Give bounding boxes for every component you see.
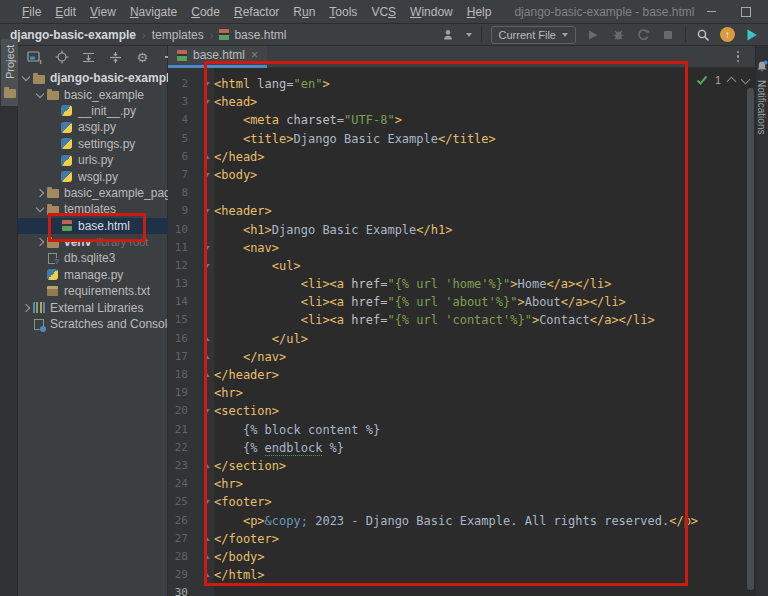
code-line[interactable]: 26 <p>&copy; 2023 - Django Basic Example… <box>168 512 752 530</box>
line-number[interactable]: 11 <box>168 239 188 257</box>
code-line-text[interactable]: </head> <box>214 148 752 166</box>
code-line[interactable]: 18</header> <box>168 366 752 384</box>
code-line[interactable]: 21 {% block content %} <box>168 421 752 439</box>
code-line-text[interactable]: <meta charset="UTF-8"> <box>214 111 752 129</box>
coverage-icon[interactable] <box>635 27 651 43</box>
line-number[interactable]: 9 <box>168 202 188 220</box>
code-line-text[interactable] <box>214 184 752 202</box>
code-line[interactable]: 24<hr> <box>168 475 752 493</box>
chevron-expanded-icon[interactable] <box>34 207 46 211</box>
chevron-expanded-icon[interactable] <box>34 93 46 97</box>
code-line-text[interactable]: </footer> <box>214 530 752 548</box>
breadcrumb-item[interactable]: django-basic-example <box>10 28 136 42</box>
line-number[interactable]: 16 <box>168 330 188 348</box>
breadcrumb-item[interactable]: templates <box>152 28 204 42</box>
run-config-select[interactable]: Current File <box>491 26 576 44</box>
menu-help[interactable]: Help <box>460 5 499 19</box>
line-number[interactable]: 22 <box>168 439 188 457</box>
tree-item-scratches-and-consoles[interactable]: Scratches and Consoles <box>18 316 168 332</box>
code-line[interactable]: 6</head> <box>168 148 752 166</box>
code-line[interactable]: 3<head> <box>168 93 752 111</box>
tree-item-external-libraries[interactable]: External Libraries <box>18 299 168 315</box>
tab-base-html[interactable]: base.html × <box>168 46 267 68</box>
breadcrumb-item[interactable]: base.html <box>234 28 286 42</box>
tree-item-basic-example[interactable]: basic_example <box>18 86 168 102</box>
code-line[interactable]: 9<header> <box>168 202 752 220</box>
tree-item-requirements-txt[interactable]: requirements.txt <box>18 283 168 299</box>
code-line[interactable]: 14 <li><a href="{% url 'about'%}">About<… <box>168 293 752 311</box>
notifications-tool-window-button[interactable]: Notifications <box>756 80 767 134</box>
next-problem-icon[interactable] <box>741 74 751 84</box>
line-number[interactable]: 18 <box>168 366 188 384</box>
user-icon[interactable] <box>441 27 457 43</box>
fold-marker-icon[interactable] <box>188 93 214 111</box>
code-line-text[interactable]: <section> <box>214 402 752 420</box>
code-line-text[interactable]: <nav> <box>214 239 752 257</box>
project-tool-window-button[interactable]: Project <box>1 39 18 106</box>
line-number[interactable]: 20 <box>168 402 188 420</box>
chevron-collapsed-icon[interactable] <box>34 190 46 196</box>
code-line-text[interactable]: </section> <box>214 457 752 475</box>
line-number[interactable]: 26 <box>168 512 188 530</box>
line-number[interactable]: 7 <box>168 166 188 184</box>
tree-item-urls-py[interactable]: urls.py <box>18 152 168 168</box>
line-number[interactable]: 17 <box>168 348 188 366</box>
code-line[interactable]: 25<footer> <box>168 493 752 511</box>
code-line-text[interactable]: <p>&copy; 2023 - Django Basic Example. A… <box>214 512 752 530</box>
code-line-text[interactable]: <li><a href="{% url 'home'%}">Home</a></… <box>214 275 752 293</box>
code-line[interactable]: 15 <li><a href="{% url 'contact'%}">Cont… <box>168 311 752 329</box>
tree-item--init-py[interactable]: __init__.py <box>18 103 168 119</box>
close-icon[interactable]: × <box>763 0 768 24</box>
tree-item-base-html[interactable]: base.html <box>18 218 168 234</box>
line-number[interactable]: 19 <box>168 384 188 402</box>
code-line[interactable]: 22 {% endblock %} <box>168 439 752 457</box>
fold-marker-icon[interactable] <box>188 348 214 366</box>
line-number[interactable]: 14 <box>168 293 188 311</box>
fold-marker-icon[interactable] <box>188 148 214 166</box>
bell-icon[interactable] <box>756 59 768 77</box>
code-line-text[interactable]: <footer> <box>214 493 752 511</box>
code-line-text[interactable]: </body> <box>214 548 752 566</box>
line-number[interactable]: 24 <box>168 475 188 493</box>
fold-marker-icon[interactable] <box>188 330 214 348</box>
code-line[interactable]: 5 <title>Django Basic Example</title> <box>168 130 752 148</box>
code-editor[interactable]: 2<html lang="en">3<head>4 <meta charset=… <box>168 75 752 596</box>
fold-marker-icon[interactable] <box>188 366 214 384</box>
collapse-all-icon[interactable] <box>107 49 123 65</box>
line-number[interactable]: 29 <box>168 566 188 584</box>
fold-marker-icon[interactable] <box>188 457 214 475</box>
code-line[interactable]: 29</html> <box>168 566 752 584</box>
stop-icon[interactable] <box>660 27 676 43</box>
line-number[interactable]: 6 <box>168 148 188 166</box>
code-line-text[interactable] <box>214 584 752 596</box>
code-line[interactable]: 19<hr> <box>168 384 752 402</box>
menu-refactor[interactable]: Refactor <box>227 5 286 19</box>
chevron-expanded-icon[interactable] <box>20 76 32 80</box>
code-line-text[interactable]: <title>Django Basic Example</title> <box>214 130 752 148</box>
tree-item-db-sqlite3[interactable]: db.sqlite3 <box>18 250 168 266</box>
debug-icon[interactable] <box>610 27 626 43</box>
settings-gear-icon[interactable]: ⚙ <box>134 49 150 65</box>
inspections-widget[interactable]: 1 <box>696 74 749 86</box>
fold-marker-icon[interactable] <box>188 75 214 93</box>
line-number[interactable]: 12 <box>168 257 188 275</box>
menu-code[interactable]: Code <box>184 5 227 19</box>
run-icon[interactable] <box>585 27 601 43</box>
line-number[interactable]: 10 <box>168 221 188 239</box>
fold-marker-icon[interactable] <box>188 548 214 566</box>
code-line[interactable]: 28</body> <box>168 548 752 566</box>
line-number[interactable]: 8 <box>168 184 188 202</box>
search-icon[interactable] <box>695 27 711 43</box>
chevron-down-icon[interactable] <box>466 33 472 37</box>
code-line[interactable]: 30 <box>168 584 752 596</box>
code-line-text[interactable]: </header> <box>214 366 752 384</box>
code-line[interactable]: 23</section> <box>168 457 752 475</box>
code-line-text[interactable]: <header> <box>214 202 752 220</box>
fold-marker-icon[interactable] <box>188 257 214 275</box>
code-line-text[interactable]: <h1>Django Basic Example</h1> <box>214 221 752 239</box>
code-line-text[interactable]: <ul> <box>214 257 752 275</box>
fold-marker-icon[interactable] <box>188 530 214 548</box>
tree-item-wsgi-py[interactable]: wsgi.py <box>18 168 168 184</box>
code-line[interactable]: 11 <nav> <box>168 239 752 257</box>
line-number[interactable]: 5 <box>168 130 188 148</box>
